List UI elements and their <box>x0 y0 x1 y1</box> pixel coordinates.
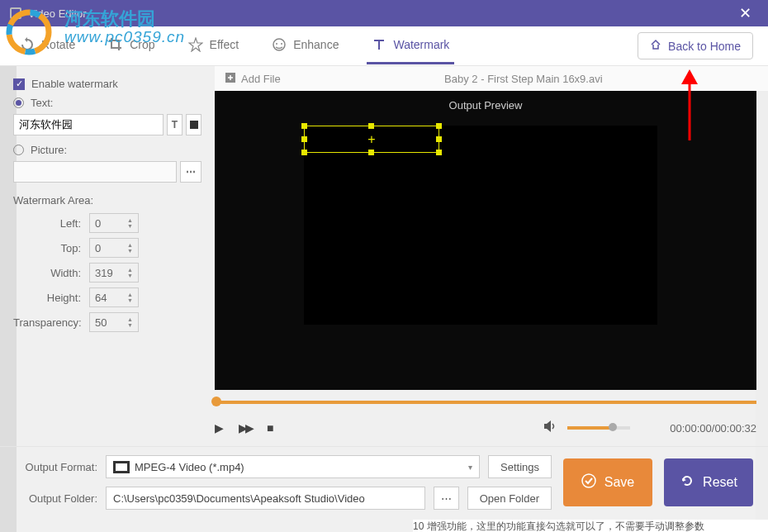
preview-header: Add File Baby 2 - First Step Main 16x9.a… <box>215 66 768 91</box>
watermark-panel: ✓ Enable watermark Text: T Picture: ⋯ Wa… <box>0 66 215 446</box>
watermark-icon <box>372 37 386 52</box>
add-file-icon <box>225 72 236 86</box>
effect-icon <box>188 37 203 52</box>
back-label: Back to Home <box>668 40 741 53</box>
browse-folder-button[interactable]: ⋯ <box>434 487 459 510</box>
tab-crop[interactable]: Crop <box>103 27 159 64</box>
width-label: Width: <box>13 267 89 279</box>
home-icon <box>650 39 661 53</box>
wm-handle-tr[interactable] <box>436 123 442 129</box>
volume-icon[interactable] <box>543 419 557 437</box>
width-stepper[interactable]: 319▲▼ <box>89 263 139 283</box>
left-stepper[interactable]: 0▲▼ <box>89 213 139 233</box>
tab-watermark-label: Watermark <box>393 38 449 51</box>
font-button[interactable]: T <box>167 114 183 135</box>
output-folder-label: Output Folder: <box>15 492 97 505</box>
mp4-icon <box>113 461 130 473</box>
titlebar-title: Video Editor <box>28 7 732 20</box>
text-radio-label: Text: <box>31 97 53 109</box>
chevron-down-icon: ▾ <box>468 463 472 472</box>
top-label: Top: <box>13 242 89 254</box>
toolbar: Rotate Crop Effect Enhance Watermark Bac… <box>0 26 768 66</box>
browse-picture-button[interactable]: ⋯ <box>180 161 201 183</box>
output-format-label: Output Format: <box>15 461 97 473</box>
video-frame <box>304 126 657 325</box>
tab-crop-label: Crop <box>130 38 154 51</box>
transparency-stepper[interactable]: 50▲▼ <box>89 312 139 332</box>
background-text: 10 增强功能，这里的功能直接勾选就可以了，不需要手动调整参数 <box>413 520 768 532</box>
tab-rotate-label: Rotate <box>41 38 75 51</box>
volume-thumb[interactable] <box>609 423 617 431</box>
tab-effect[interactable]: Effect <box>183 27 244 64</box>
open-folder-button[interactable]: Open Folder <box>467 487 552 510</box>
back-to-home-button[interactable]: Back to Home <box>638 32 753 59</box>
preview-title: Output Preview <box>215 99 756 112</box>
transparency-label: Transparency: <box>13 316 89 329</box>
bottom-bar: Output Format: MPEG-4 Video (*.mp4) ▾ Se… <box>0 446 768 518</box>
wm-handle-bm[interactable] <box>368 150 374 155</box>
height-stepper[interactable]: 64▲▼ <box>89 287 139 307</box>
height-label: Height: <box>13 292 89 304</box>
output-format-select[interactable]: MPEG-4 Video (*.mp4) ▾ <box>106 455 480 478</box>
svg-point-7 <box>582 474 595 487</box>
enable-watermark-checkbox[interactable]: ✓ <box>13 78 25 90</box>
color-button[interactable] <box>186 114 201 135</box>
tab-enhance-label: Enhance <box>293 38 339 51</box>
wm-handle-rm[interactable] <box>436 136 442 142</box>
current-file-name: Baby 2 - First Step Main 16x9.avi <box>289 73 758 85</box>
save-button[interactable]: Save <box>563 458 652 506</box>
svg-point-3 <box>276 43 277 45</box>
text-radio[interactable] <box>13 97 24 108</box>
wm-handle-bl[interactable] <box>301 150 307 155</box>
next-button[interactable]: ▶▶ <box>239 421 252 435</box>
picture-path-input[interactable] <box>13 161 177 183</box>
left-label: Left: <box>13 217 89 230</box>
wm-handle-tl[interactable] <box>301 123 307 129</box>
add-file-label: Add File <box>241 73 281 85</box>
stop-button[interactable]: ■ <box>267 421 273 435</box>
watermark-center-icon: + <box>367 132 375 147</box>
wm-handle-lm[interactable] <box>301 136 307 142</box>
svg-rect-5 <box>190 121 198 129</box>
tab-rotate[interactable]: Rotate <box>15 27 80 64</box>
wm-handle-tm[interactable] <box>368 123 374 129</box>
watermark-box[interactable]: + <box>304 126 439 153</box>
preview-canvas[interactable]: Output Preview + <box>215 91 756 390</box>
volume-slider[interactable] <box>567 426 630 430</box>
add-file-button[interactable]: Add File <box>225 72 281 86</box>
settings-button[interactable]: Settings <box>488 455 552 478</box>
top-stepper[interactable]: 0▲▼ <box>89 238 139 258</box>
output-format-value: MPEG-4 Video (*.mp4) <box>135 461 244 473</box>
reset-button[interactable]: Reset <box>664 458 753 506</box>
wm-handle-br[interactable] <box>436 150 442 155</box>
watermark-text-input[interactable] <box>13 114 164 135</box>
enhance-icon <box>272 37 287 52</box>
playback-controls: ▶ ▶▶ ■ 00:00:00/00:00:32 <box>215 410 768 446</box>
play-button[interactable]: ▶ <box>215 421 224 435</box>
app-icon <box>10 7 21 19</box>
enable-watermark-label: Enable watermark <box>31 78 118 90</box>
picture-radio-label: Picture: <box>31 144 67 156</box>
crop-icon <box>108 37 123 52</box>
svg-point-4 <box>281 43 282 45</box>
tab-effect-label: Effect <box>210 38 239 51</box>
picture-radio[interactable] <box>13 145 24 155</box>
tab-watermark[interactable]: Watermark <box>367 27 454 64</box>
progress-bar[interactable] <box>215 395 768 410</box>
progress-thumb[interactable] <box>211 397 221 406</box>
rotate-icon <box>20 37 35 52</box>
check-icon <box>581 473 596 492</box>
output-folder-value: C:\Users\pc0359\Documents\Apeaksoft Stud… <box>113 492 365 505</box>
titlebar: Video Editor ✕ <box>0 0 768 26</box>
save-label: Save <box>604 475 634 490</box>
close-button[interactable]: ✕ <box>732 4 758 22</box>
tab-enhance[interactable]: Enhance <box>267 27 344 64</box>
output-folder-input[interactable]: C:\Users\pc0359\Documents\Apeaksoft Stud… <box>106 487 425 510</box>
time-display: 00:00:00/00:00:32 <box>670 422 756 435</box>
watermark-area-label: Watermark Area: <box>13 194 201 207</box>
reset-icon <box>680 473 695 492</box>
reset-label: Reset <box>703 475 737 490</box>
